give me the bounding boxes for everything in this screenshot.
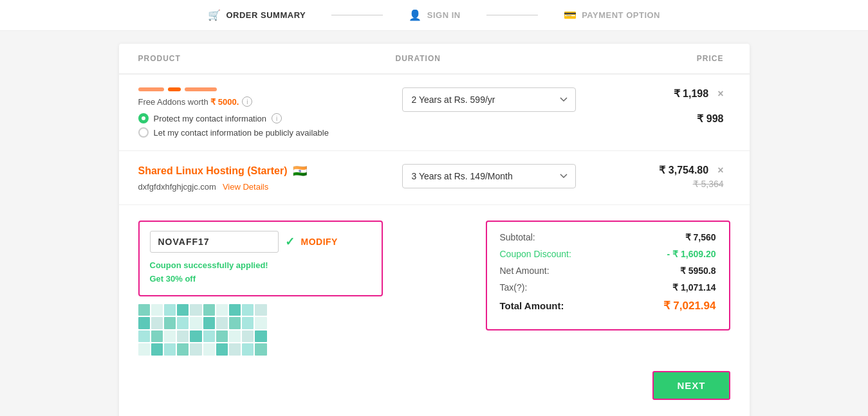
coupon-check-icon: ✓ bbox=[285, 235, 295, 249]
pixel-1 bbox=[138, 304, 150, 316]
summary-section: Subtotal: ₹ 7,560 Coupon Discount: - ₹ 1… bbox=[444, 221, 730, 330]
nav-step-payment: 💳 PAYMENT OPTION bbox=[564, 9, 660, 21]
main-container: PRODUCT DURATION PRICE Free Addons worth… bbox=[119, 44, 750, 416]
hosting-product-info: Shared Linux Hosting (Starter) 🇮🇳 dxfgfd… bbox=[138, 164, 396, 192]
hosting-duration-cell: 3 Years at Rs. 149/Month 1 Year at Rs. 1… bbox=[396, 164, 602, 188]
coupon-discount-row: Coupon Discount: - ₹ 1,609.20 bbox=[500, 249, 716, 259]
bar-seg-2 bbox=[168, 87, 181, 91]
net-amount-label: Net Amount: bbox=[500, 266, 549, 276]
top-navigation: 🛒 ORDER SUMMARY 👤 SIGN IN 💳 PAYMENT OPTI… bbox=[0, 0, 868, 31]
public-label: Let my contact information be publicly a… bbox=[154, 128, 329, 138]
nav-step-payment-label: PAYMENT OPTION bbox=[582, 10, 660, 20]
coupon-success-message: Coupon successfully applied! Get 30% off bbox=[150, 259, 371, 286]
nav-step-order-summary-label: ORDER SUMMARY bbox=[226, 10, 306, 20]
coupon-success-line2: Get 30% off bbox=[150, 273, 371, 286]
hosting-domain-info: dxfgfdxhfghjcgjc.com View Details bbox=[138, 182, 383, 192]
total-value: ₹ 7,021.94 bbox=[663, 299, 716, 312]
radio-protect[interactable]: Protect my contact information i bbox=[138, 113, 383, 123]
hosting-title: Shared Linux Hosting (Starter) 🇮🇳 bbox=[138, 164, 383, 178]
next-button-area: NEXT bbox=[119, 371, 750, 406]
subtotal-row: Subtotal: ₹ 7,560 bbox=[500, 232, 716, 242]
nav-step-order-summary: 🛒 ORDER SUMMARY bbox=[208, 9, 306, 21]
hosting-title-text: Shared Linux Hosting (Starter) bbox=[138, 165, 288, 177]
domain-duration-dropdown[interactable]: 2 Years at Rs. 599/yr 1 Year at Rs. 699/… bbox=[402, 87, 576, 112]
domain-price-cell: ₹ 1,198 × ₹ 998 bbox=[602, 87, 730, 125]
india-flag-icon: 🇮🇳 bbox=[293, 164, 307, 178]
tax-row: Tax(?): ₹ 1,071.14 bbox=[500, 282, 716, 293]
tax-value: ₹ 1,071.14 bbox=[672, 282, 716, 293]
domain-price-sub: ₹ 998 bbox=[602, 113, 724, 125]
hosting-product-row: Shared Linux Hosting (Starter) 🇮🇳 dxfgfd… bbox=[119, 151, 750, 205]
nav-divider-1 bbox=[331, 15, 383, 15]
order-summary-box: Subtotal: ₹ 7,560 Coupon Discount: - ₹ 1… bbox=[486, 221, 730, 330]
domain-bar-decoration bbox=[138, 87, 383, 91]
user-icon: 👤 bbox=[409, 9, 422, 21]
domain-product-row: Free Addons worth ₹ 5000. i Protect my c… bbox=[119, 75, 750, 151]
hosting-price-value: ₹ 3,754.80 bbox=[659, 164, 708, 176]
next-button[interactable]: NEXT bbox=[652, 371, 730, 400]
bottom-section: ✓ MODIFY Coupon successfully applied! Ge… bbox=[119, 205, 750, 371]
radio-public[interactable]: Let my contact information be publicly a… bbox=[138, 127, 383, 138]
bar-seg-3 bbox=[185, 87, 217, 91]
coupon-discount-value: - ₹ 1,609.20 bbox=[667, 249, 716, 259]
tax-label: Tax(?): bbox=[500, 282, 528, 293]
subtotal-label: Subtotal: bbox=[500, 232, 535, 242]
cart-icon: 🛒 bbox=[208, 9, 221, 21]
coupon-input-row: ✓ MODIFY bbox=[150, 231, 371, 253]
contact-radio-group: Protect my contact information i Let my … bbox=[138, 113, 383, 138]
domain-remove-button[interactable]: × bbox=[717, 88, 723, 100]
net-amount-row: Net Amount: ₹ 5950.8 bbox=[500, 266, 716, 276]
hosting-duration-dropdown[interactable]: 3 Years at Rs. 149/Month 1 Year at Rs. 1… bbox=[402, 164, 576, 188]
nav-divider-2 bbox=[486, 15, 538, 15]
col-product: PRODUCT bbox=[138, 54, 396, 63]
hosting-price-cell: ₹ 3,754.80 × ₹ 5,364 bbox=[602, 164, 730, 189]
net-amount-value: ₹ 5950.8 bbox=[680, 266, 716, 276]
col-price: PRICE bbox=[602, 54, 730, 63]
hosting-remove-button[interactable]: × bbox=[717, 165, 723, 176]
view-details-link[interactable]: View Details bbox=[223, 182, 268, 192]
domain-duration-cell: 2 Years at Rs. 599/yr 1 Year at Rs. 699/… bbox=[396, 87, 602, 112]
domain-price-main: ₹ 1,198 × bbox=[602, 87, 724, 100]
radio-filled-icon bbox=[138, 113, 149, 123]
total-label: Total Amount: bbox=[500, 300, 564, 311]
coupon-input[interactable] bbox=[150, 231, 279, 253]
coupon-section: ✓ MODIFY Coupon successfully applied! Ge… bbox=[138, 221, 425, 356]
domain-price-value: ₹ 1,198 bbox=[674, 87, 708, 100]
nav-step-sign-in-label: SIGN IN bbox=[427, 10, 461, 20]
pixel-art-decoration bbox=[138, 304, 267, 356]
domain-product-info: Free Addons worth ₹ 5000. i Protect my c… bbox=[138, 87, 396, 138]
col-duration: DURATION bbox=[396, 54, 602, 63]
free-addons-text: Free Addons worth ₹ 5000. i bbox=[138, 96, 383, 107]
payment-icon: 💳 bbox=[564, 9, 577, 21]
bar-seg-1 bbox=[138, 87, 164, 91]
coupon-success-line1: Coupon successfully applied! bbox=[150, 259, 371, 273]
modify-coupon-button[interactable]: MODIFY bbox=[301, 237, 338, 247]
protect-label: Protect my contact information bbox=[154, 114, 267, 123]
subtotal-value: ₹ 7,560 bbox=[685, 232, 716, 242]
hosting-price-original: ₹ 5,364 bbox=[602, 179, 724, 189]
table-header: PRODUCT DURATION PRICE bbox=[119, 44, 750, 75]
coupon-box: ✓ MODIFY Coupon successfully applied! Ge… bbox=[138, 221, 383, 296]
nav-step-sign-in: 👤 SIGN IN bbox=[409, 9, 460, 21]
hosting-price-main: ₹ 3,754.80 × bbox=[602, 164, 724, 176]
total-row: Total Amount: ₹ 7,021.94 bbox=[500, 299, 716, 312]
hosting-domain-name: dxfgfdxhfghjcgjc.com bbox=[138, 182, 216, 192]
radio-empty-icon bbox=[138, 127, 149, 138]
free-addons-label: Free Addons worth ₹ 5000. bbox=[138, 97, 239, 107]
protect-info-icon[interactable]: i bbox=[272, 113, 282, 123]
coupon-discount-label: Coupon Discount: bbox=[500, 249, 571, 259]
free-addons-info-icon[interactable]: i bbox=[242, 96, 252, 107]
